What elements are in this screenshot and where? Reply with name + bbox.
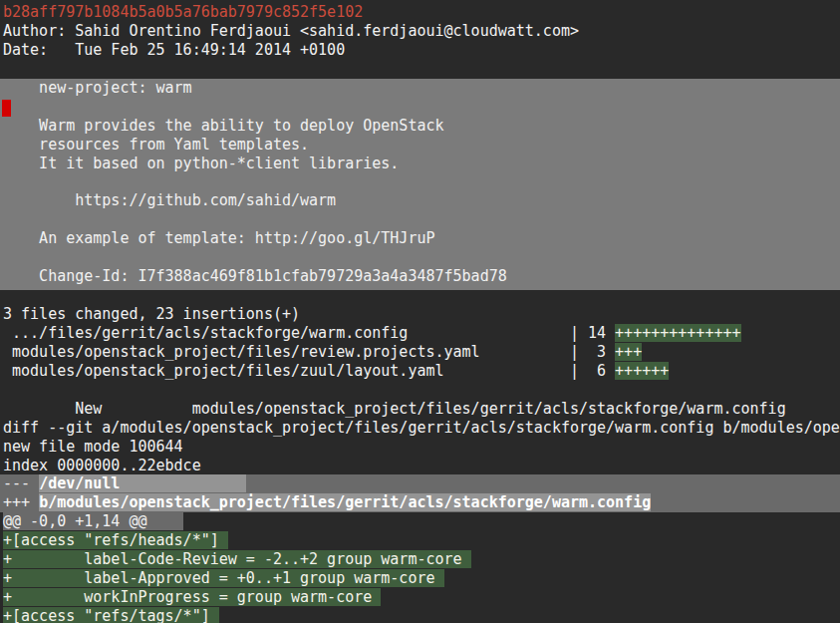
text-segment: modules/openstack_project/files/review.p… (3, 343, 615, 361)
text-segment: +[access "refs/heads/*"] (3, 531, 228, 549)
text-segment: resources from Yaml templates. (3, 136, 309, 154)
text-segment: modules/openstack_project/files/zuul/lay… (3, 362, 615, 380)
text-segment: index 0000000..22ebdce (3, 457, 201, 474)
text-segment: ++++++++++++++ (615, 324, 740, 342)
diffstat-file: modules/openstack_project/files/zuul/lay… (0, 362, 840, 381)
commit-message: Change-Id: I7f388ac469f81b1cfab79729a3a4… (0, 267, 840, 286)
text-segment: diff --git a/modules/openstack_project/f… (3, 419, 840, 437)
commit-message: resources from Yaml templates. (0, 136, 840, 155)
text-segment: new-project: warm (3, 79, 192, 97)
diff-add-line: +[access "refs/tags/*"] (0, 607, 840, 623)
text-segment: Warm provides the ability to deploy Open… (3, 117, 444, 135)
text-segment: https://github.com/sahid/warm (3, 191, 336, 209)
summary-new-file: New modules/openstack_project/files/gerr… (0, 400, 840, 419)
diff-add-line: + label-Approved = +0..+1 group warm-cor… (0, 569, 840, 588)
text-segment: /dev/null (39, 474, 246, 492)
commit-message: An example of template: http://goo.gl/TH… (0, 229, 840, 248)
text-segment: New modules/openstack_project/files/gerr… (3, 400, 786, 418)
commit-date: Date: Tue Feb 25 16:49:14 2014 +0100 (0, 41, 840, 60)
hunk-header: @@ -0,0 +1,14 @@ (0, 512, 840, 531)
text-segment: + label-Code-Review = -2..+2 group warm-… (3, 550, 471, 568)
text-segment: b28aff797b1084b5a0b5a76bab7979c852f5e102 (3, 3, 363, 21)
blank (0, 381, 840, 400)
selection-cursor-block (2, 100, 11, 117)
commit-author: Author: Sahid Orentino Ferdjaoui <sahid.… (0, 22, 840, 41)
commit-message (0, 172, 840, 191)
text-segment: .../files/gerrit/acls/stackforge/warm.co… (3, 324, 615, 342)
text-segment: 3 files changed, 23 insertions(+) (3, 305, 300, 323)
text-segment: An example of template: http://goo.gl/TH… (3, 229, 434, 247)
text-segment: @@ -0,0 +1,14 @@ (3, 512, 183, 530)
commit-message (0, 248, 840, 267)
commit-message (0, 98, 840, 117)
commit-message: https://github.com/sahid/warm (0, 191, 840, 210)
text-segment: It it based on python-*client libraries. (3, 155, 399, 172)
diffstat-summary: 3 files changed, 23 insertions(+) (0, 305, 840, 324)
text-segment: +++ (615, 343, 642, 361)
diffstat-file: modules/openstack_project/files/review.p… (0, 343, 840, 362)
diffstat-file: .../files/gerrit/acls/stackforge/warm.co… (0, 324, 840, 343)
text-segment: +++ (3, 493, 39, 511)
text-segment: Date: Tue Feb 25 16:49:14 2014 +0100 (3, 41, 345, 59)
new-file-mode: new file mode 100644 (0, 438, 840, 457)
commit-message: new-project: warm (0, 79, 840, 98)
commit-message: Warm provides the ability to deploy Open… (0, 117, 840, 136)
blank (0, 60, 840, 79)
text-segment: +[access "refs/tags/*"] (3, 607, 219, 623)
commit-message (0, 210, 840, 229)
text-segment: + workInProgress = group warm-core (3, 588, 381, 606)
text-segment: new file mode 100644 (3, 438, 183, 456)
text-segment: + label-Approved = +0..+1 group warm-cor… (3, 569, 444, 587)
terminal-window[interactable]: b28aff797b1084b5a0b5a76bab7979c852f5e102… (0, 0, 840, 623)
commit-hash: b28aff797b1084b5a0b5a76bab7979c852f5e102 (0, 3, 840, 22)
index-line: index 0000000..22ebdce (0, 457, 840, 475)
commit-message: It it based on python-*client libraries. (0, 155, 840, 173)
text-segment: --- (3, 474, 39, 492)
diff-git-line: diff --git a/modules/openstack_project/f… (0, 419, 840, 438)
text-segment: Author: Sahid Orentino Ferdjaoui <sahid.… (3, 22, 579, 40)
text-segment: Change-Id: I7f388ac469f81b1cfab79729a3a4… (3, 267, 507, 285)
diff-add-line: + workInProgress = group warm-core (0, 588, 840, 607)
diff-add-line: + label-Code-Review = -2..+2 group warm-… (0, 550, 840, 569)
text-segment: b/modules/openstack_project/files/gerrit… (39, 493, 651, 511)
diff-new-file: +++ b/modules/openstack_project/files/ge… (0, 493, 840, 512)
diff-add-line: +[access "refs/heads/*"] (0, 531, 840, 550)
blank (0, 286, 840, 305)
diff-old-file: --- /dev/null (0, 474, 840, 493)
text-segment: ++++++ (615, 362, 669, 380)
